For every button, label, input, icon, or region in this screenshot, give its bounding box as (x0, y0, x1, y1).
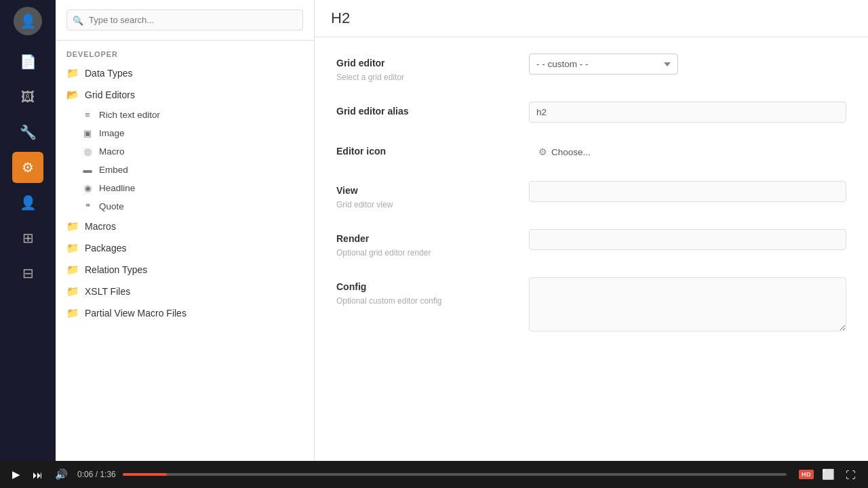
user-icon: 👤 (20, 195, 37, 211)
time-current: 0:06 (77, 470, 93, 479)
grid-editor-row: Grid editor Select a grid editor - - cus… (336, 54, 846, 83)
view-input[interactable] (529, 181, 846, 202)
alias-row: Grid editor alias (336, 102, 846, 123)
editor-icon-label: Editor icon (336, 146, 513, 157)
sidebar-item-embed[interactable]: ▬ Embed (56, 161, 314, 179)
sidebar-item-relation-types[interactable]: 📁 Relation Types (56, 259, 314, 281)
wrench-icon: 🔧 (20, 124, 37, 140)
video-time: 0:06 / 1:36 (77, 470, 116, 479)
search-icon: 🔍 (73, 15, 83, 25)
sidebar-list: DEVELOPER 📁 Data Types 📂 Grid Editors ≡ … (56, 41, 314, 461)
config-textarea[interactable] (529, 277, 846, 331)
folder-icon: 📁 (66, 307, 79, 319)
sidebar-item-label: XSLT Files (85, 286, 130, 297)
sidebar-item-label: Partial View Macro Files (85, 308, 186, 319)
grid-editor-hint: Select a grid editor (336, 73, 404, 82)
choose-button-label: Choose... (551, 147, 591, 157)
grid-editor-select-wrapper: - - custom - - Bootstrap 960 (529, 54, 678, 75)
volume-button[interactable]: 🔊 (52, 467, 71, 482)
sidebar-sub-label: Embed (99, 165, 128, 175)
nav-settings[interactable]: ⚙ (12, 152, 43, 183)
nav-user[interactable]: 👤 (12, 187, 43, 218)
choose-icon-symbol: ⚙ (538, 146, 547, 157)
image-icon: 🖼 (21, 89, 35, 105)
sidebar-item-label: Macros (85, 221, 116, 232)
sidebar-item-packages[interactable]: 📁 Packages (56, 237, 314, 259)
config-hint: Optional custom editor config (336, 296, 441, 306)
sidebar-item-macros[interactable]: 📁 Macros (56, 216, 314, 237)
video-controls-right: HD ⬜ ⛶ (799, 467, 859, 482)
sidebar-search-area: 🔍 (56, 0, 314, 41)
table-icon: ⊞ (22, 230, 34, 246)
dashboard-icon: ⊟ (22, 265, 34, 281)
choose-icon-button[interactable]: ⚙ Choose... (529, 142, 600, 162)
sidebar-sub-label: Image (99, 128, 125, 138)
sidebar: 🔍 DEVELOPER 📁 Data Types 📂 Grid Editors … (56, 0, 315, 461)
headline-icon: ◉ (81, 183, 94, 193)
folder-open-icon: 📂 (66, 89, 79, 101)
nav-table[interactable]: ⊞ (12, 222, 43, 253)
nav-image[interactable]: 🖼 (12, 81, 43, 113)
avatar-icon: 👤 (20, 13, 37, 29)
folder-icon: 📁 (66, 264, 79, 276)
page-title: H2 (315, 0, 868, 37)
nav-wrench[interactable]: 🔧 (12, 117, 43, 148)
sidebar-item-label: Relation Types (85, 264, 147, 275)
nav-file[interactable]: 📄 (12, 46, 43, 77)
alias-label: Grid editor alias (336, 106, 513, 117)
macro-icon: ◎ (81, 146, 94, 157)
form-area: Grid editor Select a grid editor - - cus… (315, 37, 868, 461)
file-icon: 📄 (20, 54, 37, 70)
nav-dashboard[interactable]: ⊟ (12, 258, 43, 289)
section-label: DEVELOPER (56, 41, 314, 62)
video-progress-fill (123, 473, 167, 476)
render-label: Render (336, 233, 513, 244)
folder-icon: 📁 (66, 285, 79, 298)
sidebar-item-quote[interactable]: ❝ Quote (56, 197, 314, 216)
view-hint: Grid editor view (336, 200, 393, 209)
sidebar-item-grid-editors[interactable]: 📂 Grid Editors (56, 84, 314, 106)
play-button[interactable]: ▶ (9, 467, 23, 482)
avatar: 👤 (14, 7, 42, 35)
grid-editor-label: Grid editor (336, 58, 513, 68)
sidebar-item-rich-text-editor[interactable]: ≡ Rich text editor (56, 106, 314, 124)
video-progress[interactable] (123, 473, 787, 476)
icon-nav: 👤 📄 🖼 🔧 ⚙ 👤 ⊞ ⊟ (0, 0, 56, 461)
sidebar-item-partial-view[interactable]: 📁 Partial View Macro Files (56, 302, 314, 324)
fullscreen-button[interactable]: ⛶ (843, 468, 859, 482)
grid-editor-select[interactable]: - - custom - - Bootstrap 960 (529, 54, 678, 75)
image-sub-icon: ▣ (81, 128, 94, 138)
sidebar-item-label: Grid Editors (85, 89, 135, 100)
view-row: View Grid editor view (336, 181, 846, 210)
config-row: Config Optional custom editor config (336, 277, 846, 334)
render-row: Render Optional grid editor render (336, 229, 846, 258)
embed-icon: ▬ (81, 165, 94, 175)
config-label: Config (336, 281, 513, 292)
sidebar-item-xslt-files[interactable]: 📁 XSLT Files (56, 281, 314, 302)
settings-icon: ⚙ (22, 159, 34, 176)
sidebar-item-image[interactable]: ▣ Image (56, 124, 314, 142)
render-input[interactable] (529, 229, 846, 250)
folder-icon: 📁 (66, 67, 79, 79)
sidebar-item-label: Data Types (85, 68, 133, 79)
sidebar-item-headline[interactable]: ◉ Headline (56, 179, 314, 197)
render-hint: Optional grid editor render (336, 248, 431, 258)
main-content: H2 Grid editor Select a grid editor - - … (315, 0, 868, 461)
theater-mode-button[interactable]: ⬜ (819, 467, 837, 482)
sidebar-sub-label: Quote (99, 201, 124, 211)
sidebar-item-macro[interactable]: ◎ Macro (56, 142, 314, 161)
folder-icon: 📁 (66, 242, 79, 254)
search-input[interactable] (66, 9, 303, 30)
alias-input[interactable] (529, 102, 846, 123)
sidebar-sub-label: Rich text editor (99, 110, 160, 120)
rich-text-icon: ≡ (81, 110, 94, 120)
editor-icon-row: Editor icon ⚙ Choose... (336, 142, 846, 162)
folder-icon: 📁 (66, 220, 79, 232)
quote-icon: ❝ (81, 201, 94, 211)
view-label: View (336, 185, 513, 196)
skip-button[interactable]: ⏭ (30, 468, 45, 482)
sidebar-item-data-types[interactable]: 📁 Data Types (56, 62, 314, 84)
time-total: 1:36 (100, 470, 115, 479)
sidebar-sub-label: Headline (99, 183, 135, 193)
sidebar-sub-label: Macro (99, 146, 125, 157)
